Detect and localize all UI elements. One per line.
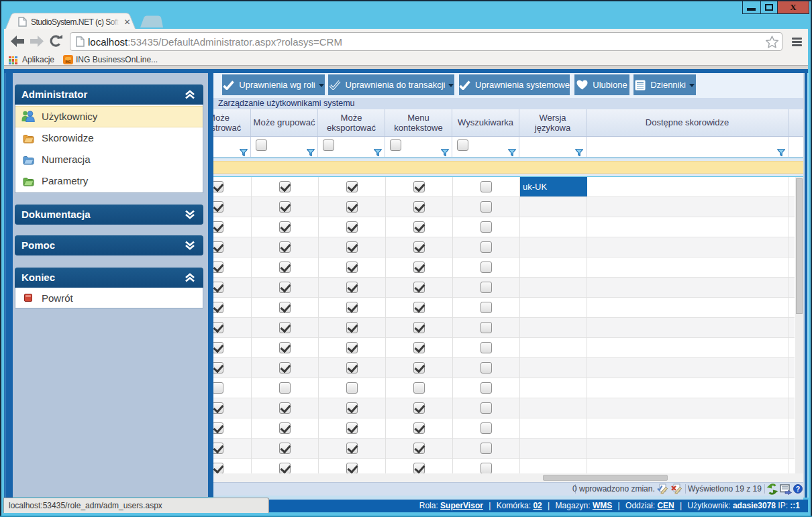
svg-text:?: ?	[796, 485, 800, 493]
